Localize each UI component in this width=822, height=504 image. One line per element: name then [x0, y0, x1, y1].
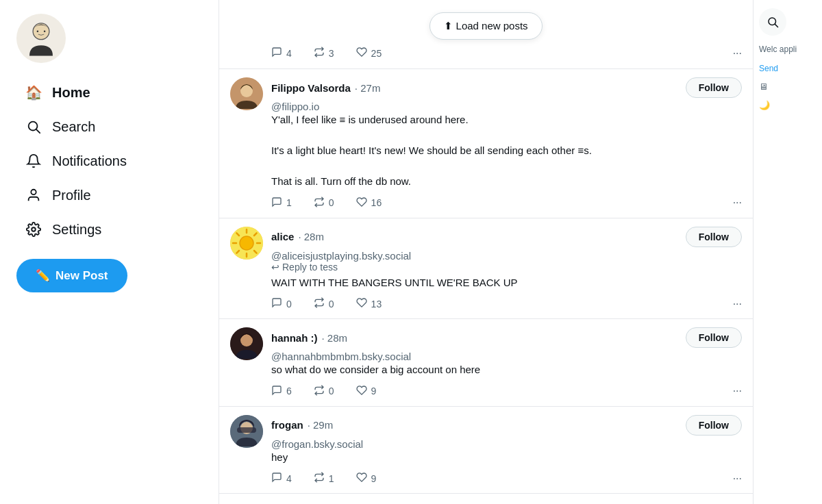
- load-new-posts-bar: ⬆ Load new posts: [219, 5, 753, 47]
- post-text: Y'all, I feel like ≡ is underused around…: [271, 112, 742, 190]
- post-header: Filippo Valsorda · 27m Follow: [271, 77, 742, 98]
- more-options-button[interactable]: ···: [733, 197, 742, 209]
- svg-point-19: [240, 236, 253, 250]
- sidebar-item-settings[interactable]: Settings: [16, 214, 202, 245]
- reply-icon: ↩: [271, 262, 279, 273]
- svg-line-27: [775, 24, 777, 27]
- sidebar-item-label: Search: [52, 119, 95, 135]
- main-feed: ⬆ Load new posts 4 3 25: [219, 0, 754, 504]
- sidebar-item-label: Notifications: [52, 153, 127, 169]
- svg-rect-25: [237, 427, 256, 433]
- right-sidebar: Welc appli Send 🖥 🌙: [754, 0, 822, 504]
- retweet-icon: [314, 297, 325, 310]
- comment-action[interactable]: 4: [271, 472, 292, 485]
- comment-count: 4: [286, 48, 292, 59]
- icon-row-1: 🖥: [759, 81, 817, 92]
- notifications-icon: [25, 152, 42, 170]
- comment-icon: [271, 297, 282, 310]
- retweet-action[interactable]: 0: [314, 385, 334, 398]
- post-header: frogan · 29m Follow: [271, 415, 742, 436]
- send-link[interactable]: Send: [759, 64, 817, 73]
- retweet-icon: [314, 472, 325, 485]
- post-author-name: frogan: [271, 419, 303, 431]
- list-item: Filippo Valsorda · 27m Follow @filippo.i…: [219, 69, 753, 218]
- retweet-count: 3: [329, 48, 334, 59]
- retweet-action[interactable]: 1: [314, 472, 334, 485]
- svg-point-3: [44, 31, 46, 33]
- post-handle: @filippo.io: [271, 101, 742, 112]
- heart-icon: [356, 47, 367, 60]
- heart-icon: [356, 385, 367, 398]
- heart-icon: [356, 197, 367, 210]
- settings-icon: [25, 220, 42, 238]
- sidebar-item-home[interactable]: 🏠 Home: [16, 77, 202, 108]
- new-post-button[interactable]: ✏️ New Post: [16, 259, 127, 292]
- avatar: [230, 415, 263, 448]
- retweet-action[interactable]: 3: [314, 47, 334, 60]
- load-new-posts-button[interactable]: ⬆ Load new posts: [429, 12, 542, 40]
- follow-button[interactable]: Follow: [686, 77, 742, 98]
- follow-button[interactable]: Follow: [686, 327, 742, 348]
- like-action[interactable]: 25: [356, 47, 382, 60]
- comment-action[interactable]: 6: [271, 385, 292, 398]
- retweet-icon: [314, 47, 325, 60]
- like-action[interactable]: 16: [356, 197, 382, 210]
- retweet-action[interactable]: 0: [314, 297, 334, 310]
- svg-line-5: [36, 129, 40, 133]
- load-posts-label: ⬆ Load new posts: [444, 20, 527, 32]
- post-content: alice · 28m Follow @aliceisjustplaying.b…: [271, 227, 742, 311]
- welcome-text: Welc appli: [759, 44, 817, 55]
- follow-button[interactable]: Follow: [686, 415, 742, 436]
- svg-point-2: [37, 31, 39, 33]
- comment-icon: [271, 47, 282, 60]
- left-sidebar: 🏠 Home Search Notifications Profile: [0, 0, 219, 504]
- avatar: [230, 77, 263, 110]
- post-author-info: Filippo Valsorda · 27m: [271, 82, 380, 94]
- sidebar-item-search[interactable]: Search: [16, 111, 202, 142]
- post-author-info: alice · 28m: [271, 231, 324, 242]
- sidebar-item-label: Home: [52, 85, 90, 101]
- retweet-action[interactable]: 0: [314, 197, 334, 210]
- retweet-icon: [314, 385, 325, 398]
- post-author-name: Filippo Valsorda: [271, 82, 351, 94]
- comment-icon: [271, 472, 282, 485]
- post-handle: @hannahbmbmbm.bsky.social: [271, 351, 742, 362]
- right-search-button[interactable]: [759, 8, 786, 36]
- post-time: · 28m: [322, 332, 348, 344]
- table-row: 4 3 25 ···: [219, 41, 753, 69]
- comment-action[interactable]: 0: [271, 297, 292, 310]
- comment-action[interactable]: 4: [271, 47, 292, 60]
- sidebar-item-profile[interactable]: Profile: [16, 179, 202, 211]
- like-action[interactable]: 9: [356, 385, 377, 398]
- post-author-info: hannah :) · 28m: [271, 332, 347, 344]
- avatar[interactable]: [16, 14, 66, 63]
- post-author-name: hannah :): [271, 332, 318, 344]
- like-action[interactable]: 9: [356, 472, 377, 485]
- post-header: hannah :) · 28m Follow: [271, 327, 742, 348]
- more-options-button[interactable]: ···: [733, 473, 742, 485]
- more-options-button[interactable]: ···: [733, 47, 742, 60]
- post-handle: @aliceisjustplaying.bsky.social: [271, 250, 742, 262]
- list-item: frogan · 29m Follow @frogan.bsky.social …: [219, 407, 753, 494]
- search-icon: [25, 118, 42, 136]
- like-count: 25: [371, 48, 382, 59]
- comment-icon: [271, 385, 282, 398]
- follow-button[interactable]: Follow: [686, 227, 742, 247]
- post-time: · 28m: [298, 231, 324, 242]
- profile-icon: [25, 186, 42, 204]
- like-action[interactable]: 13: [356, 297, 382, 310]
- more-options-button[interactable]: ···: [733, 298, 742, 310]
- post-content: Filippo Valsorda · 27m Follow @filippo.i…: [271, 77, 742, 210]
- post-author-name: alice: [271, 231, 294, 242]
- sidebar-item-notifications[interactable]: Notifications: [16, 145, 202, 177]
- list-item: alice · 28m Follow @aliceisjustplaying.b…: [219, 218, 753, 320]
- more-options-button[interactable]: ···: [733, 385, 742, 397]
- desktop-icon: 🖥: [759, 81, 768, 92]
- post-text: so what do we consider a big account on …: [271, 362, 742, 378]
- svg-point-1: [33, 23, 49, 40]
- comment-icon: [271, 197, 282, 210]
- reply-to: ↩ Reply to tess: [271, 262, 742, 273]
- comment-action[interactable]: 1: [271, 197, 292, 210]
- edit-icon: ✏️: [36, 268, 50, 283]
- post-text: hey: [271, 450, 742, 466]
